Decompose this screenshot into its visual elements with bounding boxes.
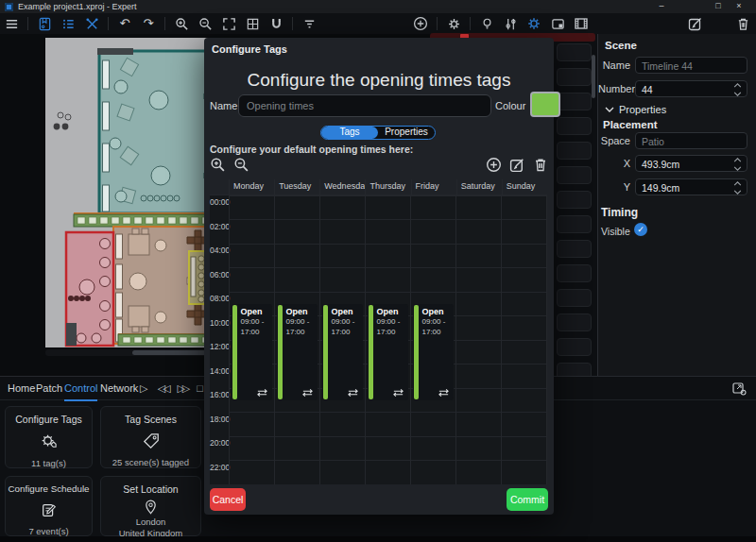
cancel-button[interactable]: Cancel <box>210 488 246 511</box>
tab-control[interactable]: Control <box>64 377 97 401</box>
tag-name-input[interactable]: Opening times <box>238 94 491 117</box>
tag-gear-icon <box>6 432 92 450</box>
number-stepper[interactable] <box>733 83 743 96</box>
scene-list-item[interactable] <box>557 313 592 331</box>
calendar-grid[interactable]: 00:0002:0004:0006:0008:0010:0012:0014:00… <box>210 195 547 484</box>
scene-list-item[interactable] <box>557 240 592 258</box>
stop-icon[interactable]: □ <box>197 382 203 394</box>
properties-collapse-toggle[interactable]: Properties <box>605 104 666 115</box>
y-input[interactable]: 149.9cm <box>635 178 747 195</box>
tools-icon[interactable] <box>84 16 99 31</box>
event-color-bar <box>323 305 328 399</box>
opening-times-event[interactable]: Open 09:00 - 17:00 <box>413 304 454 400</box>
x-stepper[interactable] <box>733 158 743 171</box>
opening-times-event[interactable]: Open 09:00 - 17:00 <box>322 304 363 400</box>
detach-panel-icon[interactable] <box>731 381 747 396</box>
properties-toggle-label: Properties <box>619 104 666 115</box>
add-event-icon[interactable] <box>486 157 502 173</box>
magnet-icon[interactable] <box>268 16 284 31</box>
grid-icon[interactable] <box>245 16 260 31</box>
space-input[interactable]: Patio <box>635 132 747 149</box>
colour-swatch[interactable] <box>530 92 560 117</box>
day-column-friday[interactable]: Open 09:00 - 17:00 <box>410 195 455 484</box>
fast-forward-icon[interactable]: ▷▷ <box>177 382 187 395</box>
effects-gear-icon[interactable] <box>526 16 541 31</box>
scene-list-scrollbar[interactable] <box>592 55 595 98</box>
close-button[interactable]: × <box>731 0 747 13</box>
opening-times-event[interactable]: Open 09:00 - 17:00 <box>368 304 408 400</box>
save-project-icon[interactable] <box>37 16 52 31</box>
filter-icon[interactable] <box>301 16 317 31</box>
scene-list-item[interactable] <box>557 215 592 233</box>
scene-list-item[interactable] <box>557 93 592 110</box>
day-column-monday[interactable]: Open 09:00 - 17:00 <box>229 195 274 484</box>
chevron-down-icon[interactable] <box>733 190 742 195</box>
commit-button[interactable]: Commit <box>507 488 548 511</box>
add-icon[interactable] <box>413 16 428 31</box>
configure-tags-card[interactable]: Configure Tags 11 tag(s) <box>5 406 93 468</box>
opening-times-event[interactable]: Open 09:00 - 17:00 <box>277 304 318 400</box>
toggle-properties[interactable]: Properties <box>378 127 435 139</box>
maximize-button[interactable]: □ <box>711 0 726 13</box>
menu-icon[interactable] <box>4 16 19 31</box>
scene-list-item[interactable] <box>557 68 592 86</box>
chevron-up-icon[interactable] <box>733 181 742 186</box>
zoom-out-icon[interactable] <box>198 16 213 31</box>
delete-event-icon[interactable] <box>533 157 548 173</box>
scene-list-item[interactable] <box>557 43 592 61</box>
delete-scene-icon[interactable] <box>735 16 750 31</box>
tab-network[interactable]: Network <box>100 377 138 399</box>
time-label: 00:00 <box>210 195 229 220</box>
zoom-in-icon[interactable] <box>174 16 189 31</box>
set-location-card[interactable]: Set Location London United Kingdom <box>100 476 201 536</box>
timeline-film-icon[interactable] <box>574 16 589 31</box>
configure-schedule-card[interactable]: Configure Schedule 7 event(s) <box>5 476 93 536</box>
scene-list-item[interactable] <box>557 166 592 184</box>
day-column-sunday[interactable] <box>501 195 547 484</box>
tab-patch[interactable]: Patch <box>36 377 62 399</box>
panel-icon[interactable] <box>550 16 565 31</box>
scene-list-icon[interactable] <box>60 16 76 31</box>
chevron-down-icon[interactable] <box>733 92 742 96</box>
undo-icon[interactable]: ↶ <box>117 16 132 31</box>
toolbar-divider <box>470 17 471 30</box>
scene-list-item[interactable] <box>557 191 592 209</box>
day-column-thursday[interactable]: Open 09:00 - 17:00 <box>365 195 410 484</box>
scene-number-input[interactable]: 44 <box>635 80 747 97</box>
scene-list[interactable] <box>554 34 597 376</box>
scene-list-item[interactable] <box>557 289 592 307</box>
visible-checkbox[interactable]: ✓ <box>634 223 647 236</box>
tab-home[interactable]: Home <box>8 377 35 399</box>
scene-name-input[interactable]: Timeline 44 <box>635 57 747 74</box>
settings-gear-icon[interactable] <box>446 16 461 31</box>
week-calendar[interactable]: MondayTuesdayWednesdayThursdayFridaySatu… <box>210 179 547 484</box>
play-icon[interactable]: ▷ <box>140 382 147 395</box>
minimize-button[interactable]: – <box>654 0 669 13</box>
chevron-up-icon[interactable] <box>733 158 742 162</box>
scene-list-item[interactable] <box>557 117 592 135</box>
scene-list-item[interactable] <box>557 338 592 356</box>
event-title: Open <box>422 307 454 316</box>
opening-times-event[interactable]: Open 09:00 - 17:00 <box>232 304 272 400</box>
scene-list-item[interactable] <box>557 142 592 160</box>
scene-list-item[interactable] <box>557 264 592 282</box>
redo-icon[interactable]: ↷ <box>141 16 156 31</box>
tag-scenes-card[interactable]: Tag Scenes 25 scene(s) tagged <box>100 406 201 468</box>
toggle-tags[interactable]: Tags <box>321 127 378 139</box>
rewind-icon[interactable]: ◁◁ <box>157 382 167 395</box>
calendar-edit-tools <box>486 157 548 173</box>
day-column-saturday[interactable] <box>455 195 501 484</box>
sliders-icon[interactable] <box>503 16 518 31</box>
edit-event-icon[interactable] <box>509 157 525 173</box>
chevron-down-icon[interactable] <box>733 166 742 171</box>
day-column-wednesday[interactable]: Open 09:00 - 17:00 <box>319 195 365 484</box>
zoom-in-icon[interactable] <box>210 157 226 173</box>
edit-scene-icon[interactable] <box>688 16 703 31</box>
x-input[interactable]: 493.9cm <box>635 155 747 172</box>
y-stepper[interactable] <box>733 181 743 195</box>
day-column-tuesday[interactable]: Open 09:00 - 17:00 <box>274 195 319 484</box>
fixtures-bulb-icon[interactable] <box>479 16 494 31</box>
fit-view-icon[interactable] <box>221 16 236 31</box>
chevron-up-icon[interactable] <box>733 83 742 88</box>
zoom-out-icon[interactable] <box>233 157 249 173</box>
